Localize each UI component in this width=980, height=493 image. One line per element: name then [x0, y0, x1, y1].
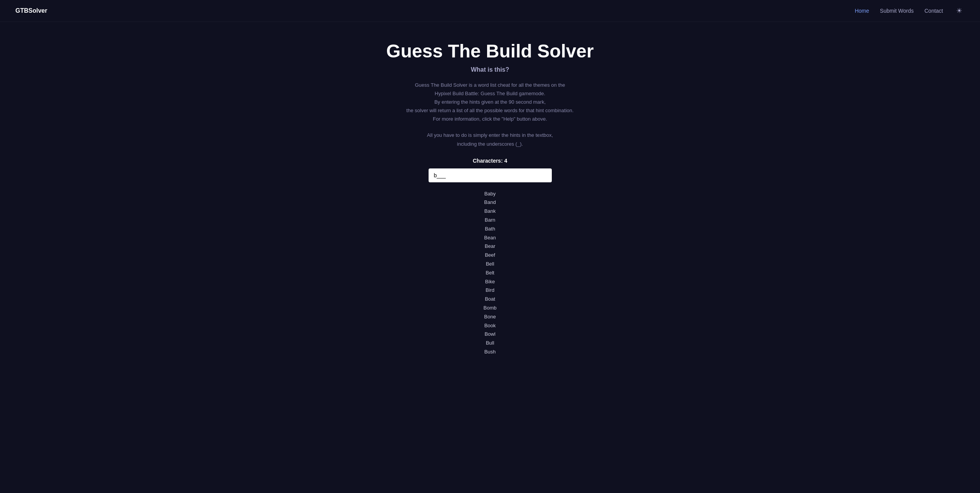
list-item: Bull	[486, 339, 494, 347]
list-item: Bike	[485, 278, 495, 286]
list-item: Bush	[484, 348, 496, 356]
list-item: Bomb	[484, 304, 497, 312]
subtitle: What is this?	[471, 66, 509, 73]
list-item: Beef	[485, 251, 495, 259]
nav-contact[interactable]: Contact	[925, 7, 943, 14]
main-content: Guess The Build Solver What is this? Gue…	[0, 22, 980, 379]
list-item: Book	[484, 322, 496, 330]
nav-home[interactable]: Home	[855, 7, 869, 14]
navbar: GTBSolver Home Submit Words Contact ☀	[0, 0, 980, 22]
instruction-text: All you have to do is simply enter the h…	[427, 131, 553, 148]
list-item: Boat	[485, 295, 495, 303]
list-item: Bell	[486, 260, 494, 268]
theme-toggle-button[interactable]: ☀	[954, 5, 965, 16]
list-item: Bear	[485, 242, 495, 251]
list-item: Belt	[486, 269, 494, 277]
list-item: Barn	[485, 216, 495, 224]
nav-links: Home Submit Words Contact ☀	[855, 5, 965, 16]
page-title: Guess The Build Solver	[386, 40, 594, 62]
list-item: Bowl	[484, 330, 495, 338]
list-item: Bird	[486, 286, 494, 294]
list-item: Bank	[484, 207, 496, 215]
characters-label: Characters: 4	[473, 158, 508, 164]
nav-submit-words[interactable]: Submit Words	[880, 7, 914, 14]
words-list: BabyBandBankBarnBathBeanBearBeefBellBelt…	[484, 190, 497, 356]
list-item: Bone	[484, 313, 496, 321]
list-item: Baby	[484, 190, 496, 198]
search-input[interactable]	[429, 168, 552, 182]
desc-line-1: Guess The Build Solver is a word list ch…	[406, 82, 573, 122]
list-item: Band	[484, 199, 496, 207]
description-text: Guess The Build Solver is a word list ch…	[406, 81, 573, 123]
list-item: Bath	[485, 225, 495, 233]
nav-theme-toggle[interactable]: ☀	[954, 5, 965, 16]
list-item: Bean	[484, 234, 496, 242]
brand-logo: GTBSolver	[15, 7, 47, 14]
